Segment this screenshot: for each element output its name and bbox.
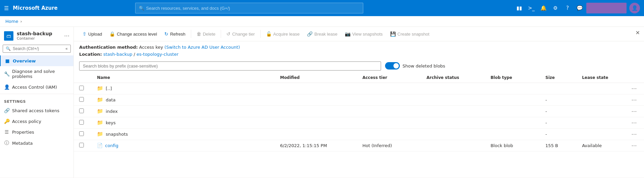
delete-icon: 🗑 bbox=[197, 31, 201, 37]
help-icon[interactable]: ? bbox=[562, 3, 573, 13]
row-archive-status bbox=[422, 117, 486, 128]
row-blob-type bbox=[486, 105, 541, 117]
sidebar-item-diagnose[interactable]: 🔧 Diagnose and solve problems bbox=[0, 66, 73, 82]
notifications-icon[interactable]: 🔔 bbox=[538, 3, 549, 13]
sidebar-item-shared-access-tokens[interactable]: 🔗 Shared access tokens bbox=[0, 105, 73, 116]
table-row: 📁 keys - ⋯ bbox=[74, 117, 644, 128]
auth-link[interactable]: (Switch to Azure AD User Account) bbox=[164, 45, 240, 50]
table-row: 📄 config 6/2/2022, 1:15:15 PM Hot (Infer… bbox=[74, 140, 644, 151]
row-menu-icon[interactable]: ⋯ bbox=[631, 85, 637, 92]
sidebar-item-label: Properties bbox=[12, 130, 34, 135]
row-checkbox[interactable] bbox=[79, 143, 84, 147]
table-row: 📁 data - ⋯ bbox=[74, 94, 644, 105]
row-checkbox[interactable] bbox=[79, 120, 84, 125]
feedback-icon[interactable]: 💬 bbox=[574, 3, 585, 13]
row-menu-cell: ⋯ bbox=[625, 140, 644, 151]
row-menu-icon[interactable]: ⋯ bbox=[631, 142, 637, 149]
row-menu-icon[interactable]: ⋯ bbox=[631, 131, 637, 137]
folder-icon: 📁 bbox=[97, 131, 103, 137]
col-tier-header[interactable]: Access tier bbox=[358, 73, 422, 83]
row-checkbox[interactable] bbox=[79, 108, 84, 113]
col-blobtype-header[interactable]: Blob type bbox=[486, 73, 541, 83]
hamburger-icon[interactable]: ☰ bbox=[4, 5, 9, 11]
sidebar-item-overview[interactable]: ■ Overview bbox=[0, 55, 73, 66]
row-checkbox[interactable] bbox=[79, 86, 84, 90]
acquire-lease-button[interactable]: 🔓 Acquire lease bbox=[263, 30, 303, 38]
col-archive-header[interactable]: Archive status bbox=[422, 73, 486, 83]
row-menu-icon[interactable]: ⋯ bbox=[631, 97, 637, 103]
row-lease-state bbox=[578, 105, 625, 117]
row-name[interactable]: [..] bbox=[106, 86, 112, 91]
tier-icon: ↺ bbox=[226, 31, 230, 37]
sidebar-item-label: Access Control (IAM) bbox=[12, 85, 57, 90]
row-checkbox-cell bbox=[74, 117, 93, 128]
row-name[interactable]: keys bbox=[106, 120, 116, 125]
portal-icon[interactable]: ▮▮ bbox=[514, 3, 525, 13]
row-name-cell: 📁 data bbox=[93, 94, 276, 105]
row-modified bbox=[276, 94, 359, 105]
user-icon[interactable]: 👤 bbox=[629, 3, 640, 13]
sidebar-item-access-policy[interactable]: 🔑 Access policy bbox=[0, 116, 73, 127]
row-name-cell: 📁 snapshots bbox=[93, 128, 276, 140]
row-name[interactable]: snapshots bbox=[106, 132, 128, 137]
delete-button[interactable]: 🗑 Delete bbox=[193, 30, 219, 38]
breadcrumb-home[interactable]: Home bbox=[5, 19, 18, 24]
row-menu-cell: ⋯ bbox=[625, 83, 644, 94]
row-checkbox[interactable] bbox=[79, 131, 84, 136]
break-lease-button[interactable]: 🔗 Break lease bbox=[304, 30, 341, 38]
row-name[interactable]: config bbox=[105, 143, 118, 148]
row-blob-type bbox=[486, 94, 541, 105]
location-link2[interactable]: es-topology-cluster bbox=[137, 52, 178, 57]
row-access-tier bbox=[358, 94, 422, 105]
cloud-shell-icon[interactable]: >_ bbox=[526, 3, 537, 13]
location-prefix: Location: bbox=[79, 52, 103, 57]
col-size-header[interactable]: Size bbox=[541, 73, 578, 83]
row-lease-state bbox=[578, 83, 625, 94]
user-avatar[interactable] bbox=[586, 3, 627, 13]
sidebar: 🗃 stash-backup Container ⋯ 🔍 « ■ Overvie… bbox=[0, 27, 74, 178]
change-tier-button[interactable]: ↺ Change tier bbox=[223, 30, 258, 38]
show-deleted-toggle[interactable] bbox=[385, 62, 400, 70]
col-lease-header[interactable]: Lease state bbox=[578, 73, 625, 83]
sidebar-item-iam[interactable]: 👤 Access Control (IAM) bbox=[0, 82, 73, 92]
row-menu-icon[interactable]: ⋯ bbox=[631, 108, 637, 115]
resource-subtitle: Container bbox=[17, 36, 52, 41]
sidebar-search-container[interactable]: 🔍 « bbox=[3, 45, 71, 53]
sidebar-collapse-icon[interactable]: « bbox=[65, 46, 68, 51]
sidebar-item-label: Metadata bbox=[12, 141, 33, 146]
row-size: - bbox=[541, 128, 578, 140]
global-search-input[interactable] bbox=[146, 6, 360, 11]
sidebar-item-properties[interactable]: ☰ Properties bbox=[0, 127, 73, 137]
row-name[interactable]: data bbox=[106, 97, 115, 102]
resource-menu-icon[interactable]: ⋯ bbox=[64, 33, 69, 39]
row-modified bbox=[276, 117, 359, 128]
row-checkbox-cell bbox=[74, 105, 93, 117]
auth-prefix: Authentication method: Access key bbox=[79, 45, 164, 50]
sidebar-search-input[interactable] bbox=[13, 46, 63, 51]
row-checkbox-cell bbox=[74, 128, 93, 140]
create-snapshot-button[interactable]: 💾 Create snapshot bbox=[387, 30, 433, 38]
row-blob-type: Block blob bbox=[486, 140, 541, 151]
sidebar-item-label: Overview bbox=[13, 58, 36, 63]
row-checkbox[interactable] bbox=[79, 97, 84, 102]
blob-search-input[interactable] bbox=[79, 61, 381, 71]
location-link1[interactable]: stash-backup bbox=[103, 52, 132, 57]
view-snapshots-button[interactable]: 📷 View snapshots bbox=[341, 30, 386, 38]
lock-icon: 🔒 bbox=[109, 31, 115, 37]
row-blob-type bbox=[486, 128, 541, 140]
col-name-header[interactable]: Name bbox=[93, 73, 276, 83]
row-name[interactable]: index bbox=[106, 109, 118, 114]
table-header-row: Name Modified Access tier Archive status… bbox=[74, 73, 644, 83]
row-menu-icon[interactable]: ⋯ bbox=[631, 120, 637, 126]
change-access-button[interactable]: 🔒 Change access level bbox=[106, 30, 160, 38]
upload-button[interactable]: ⇧ Upload bbox=[79, 30, 105, 38]
settings-icon[interactable]: ⚙ bbox=[550, 3, 561, 13]
row-size bbox=[541, 83, 578, 94]
close-button[interactable]: ✕ bbox=[636, 30, 640, 36]
refresh-button[interactable]: ↻ Refresh bbox=[161, 30, 189, 38]
row-name-cell: 📁 [..] bbox=[93, 83, 276, 94]
col-modified-header[interactable]: Modified bbox=[276, 73, 359, 83]
acquire-lease-icon: 🔓 bbox=[266, 31, 272, 37]
sidebar-item-metadata[interactable]: ⓘ Metadata bbox=[0, 137, 73, 149]
global-search[interactable]: 🔍 bbox=[135, 3, 363, 13]
